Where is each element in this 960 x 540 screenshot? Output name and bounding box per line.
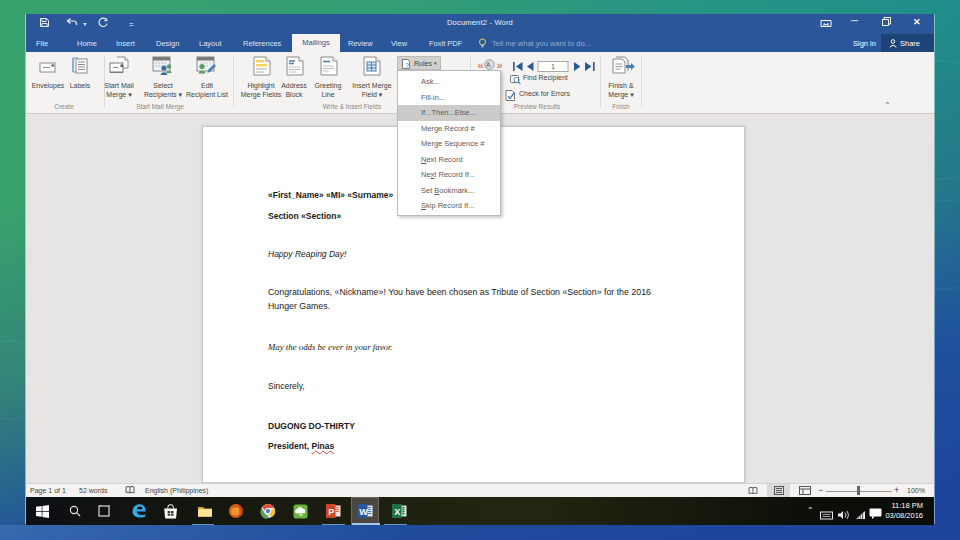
svg-text:W: W <box>359 507 368 517</box>
svg-text:P: P <box>328 507 334 517</box>
svg-text:?: ? <box>405 62 409 69</box>
svg-text:1: 1 <box>551 63 555 70</box>
svg-text:A: A <box>486 61 491 68</box>
svg-text:X: X <box>394 507 400 517</box>
